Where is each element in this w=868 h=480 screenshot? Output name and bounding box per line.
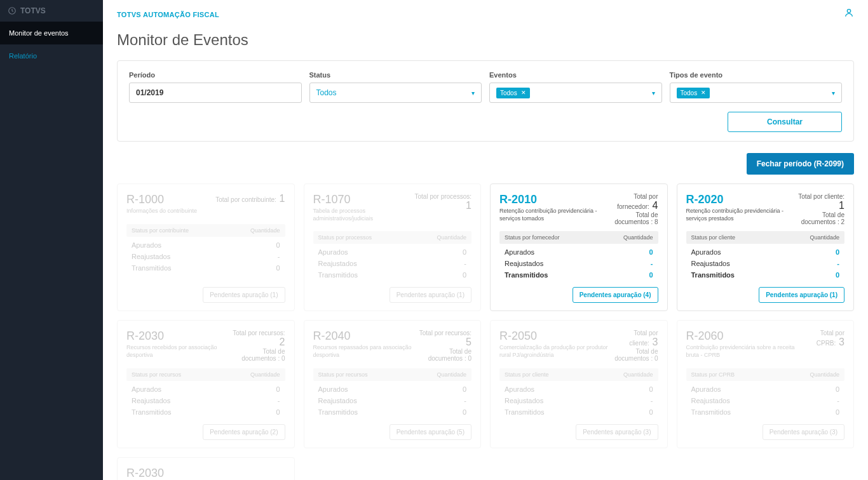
logo: TOTVS: [0, 0, 103, 22]
card-R-2030: R-2030Recursos recebidos por associação …: [117, 320, 295, 448]
pending-button[interactable]: Pendentes apuração (1): [203, 287, 285, 303]
pending-button[interactable]: Pendentes apuração (1): [759, 287, 844, 303]
status-row: Apurados0: [126, 383, 285, 395]
status-row: Apurados0: [499, 383, 658, 395]
page-title: Monitor de Eventos: [103, 26, 868, 60]
status-row: Transmitidos0: [313, 269, 472, 281]
status-row: Reajustados-: [126, 251, 285, 262]
pending-button[interactable]: Pendentes apuração (3): [576, 424, 658, 440]
status-row: Apurados0: [686, 246, 845, 258]
card-totals: Total por contribuinte: 1: [215, 193, 285, 204]
card-code: R-1000: [126, 193, 197, 206]
status-row: Reajustados-: [686, 258, 845, 269]
filter-panel: Período 01/2019 Status Todos ▾ Eventos T…: [117, 60, 854, 142]
svg-point-1: [847, 10, 850, 13]
close-icon[interactable]: ✕: [521, 90, 526, 96]
chevron-down-icon: ▾: [832, 90, 835, 97]
status-row: Reajustados-: [313, 395, 472, 406]
status-row: Apurados0: [499, 246, 658, 258]
card-desc: Retenção contribuição previdenciária - s…: [686, 208, 795, 222]
topbar: TOTVS AUTOMAÇÃO FISCAL: [103, 0, 868, 26]
logo-text: TOTVS: [20, 6, 46, 15]
status-row: Reajustados-: [126, 395, 285, 406]
sidebar-item-0[interactable]: Monitor de eventos: [0, 22, 103, 44]
status-row: Transmitidos0: [686, 406, 845, 418]
status-header: Status por processosQuantidade: [313, 231, 472, 244]
card-totals: Total por fornecedor: 4Total de document…: [607, 193, 658, 225]
card-R-2020: R-2020Retenção contribuição previdenciár…: [677, 183, 855, 311]
card-R-1070: R-1070Tabela de processos administrativo…: [304, 183, 482, 311]
status-header: Status por contribuinteQuantidade: [126, 224, 285, 237]
pending-button[interactable]: Pendentes apuração (1): [390, 287, 471, 303]
eventos-label: Eventos: [489, 71, 662, 79]
periodo-label: Período: [129, 71, 302, 79]
card-code: R-2030: [126, 467, 164, 480]
user-icon[interactable]: [844, 8, 854, 21]
pending-button[interactable]: Pendentes apuração (3): [763, 424, 844, 440]
card-totals: Total por recursos: 5Total de documentos…: [416, 330, 471, 362]
chevron-down-icon: ▾: [471, 90, 475, 97]
card-totals: Total por processos: 1: [414, 193, 471, 211]
tipos-chip[interactable]: Todos✕: [677, 88, 710, 98]
status-row: Transmitidos0: [313, 406, 472, 418]
periodo-input[interactable]: 01/2019: [129, 83, 302, 103]
fechar-periodo-button[interactable]: Fechar período (R-2099): [747, 153, 854, 175]
card-R-2010: R-2010Retenção contribuição previdenciár…: [490, 183, 668, 311]
status-header: Status por fornecedorQuantidade: [499, 231, 658, 244]
status-header: Status por recursosQuantidade: [313, 368, 472, 381]
status-row: Transmitidos0: [126, 262, 285, 274]
card-desc: Informações do contribuinte: [126, 208, 197, 215]
pending-button[interactable]: Pendentes apuração (2): [203, 424, 285, 440]
status-row: Transmitidos0: [686, 269, 845, 281]
consultar-button[interactable]: Consultar: [728, 112, 842, 132]
eventos-select[interactable]: Todos✕ ▾: [489, 83, 662, 103]
card-totals: Total por recursos: 2Total de documentos…: [227, 330, 285, 362]
card-totals: Total por CPRB: 3: [801, 330, 844, 348]
card-code: R-1070: [313, 193, 414, 206]
status-header: Status por clienteQuantidade: [499, 368, 658, 381]
status-row: Apurados0: [686, 383, 845, 395]
pending-button[interactable]: Pendentes apuração (5): [390, 424, 471, 440]
card-code: R-2040: [313, 330, 417, 343]
status-row: Apurados0: [313, 383, 472, 395]
card-R-2040: R-2040Recursos repassados para associaçã…: [304, 320, 482, 448]
brand-label: TOTVS AUTOMAÇÃO FISCAL: [117, 11, 219, 18]
sidebar-item-1[interactable]: Relatório: [0, 44, 103, 67]
card-desc: Contribuição previdenciária sobre a rece…: [686, 344, 801, 359]
tipos-select[interactable]: Todos✕ ▾: [670, 83, 843, 103]
card-desc: Recursos recebidos por associação despor…: [126, 344, 227, 359]
status-row: Apurados0: [313, 246, 472, 258]
card-code: R-2010: [499, 193, 607, 206]
card-desc: Recursos repassados para associação desp…: [313, 344, 417, 359]
totvs-icon: [8, 6, 17, 15]
card-code: R-2060: [686, 330, 801, 343]
card-R-2050: R-2050Comercialização da produção por pr…: [490, 320, 668, 448]
card-code: R-2020: [686, 193, 795, 206]
status-row: Transmitidos0: [499, 406, 658, 418]
card-totals: Total por cliente: 1Total de documentos …: [794, 193, 844, 225]
status-header: Status por recursosQuantidade: [126, 368, 285, 381]
cards-grid: R-1000Informações do contribuinteTotal p…: [103, 183, 868, 480]
chevron-down-icon: ▾: [652, 90, 655, 97]
card-desc: Tabela de processos administrativos/judi…: [313, 208, 414, 222]
status-row: Reajustados-: [499, 395, 658, 406]
pending-button[interactable]: Pendentes apuração (4): [573, 287, 658, 303]
status-row: Apurados0: [126, 239, 285, 251]
status-select[interactable]: Todos ▾: [309, 83, 482, 103]
card-desc: Retenção contribuição previdenciária - s…: [499, 208, 607, 222]
card-R-2060: R-2060Contribuição previdenciária sobre …: [677, 320, 855, 448]
status-row: Reajustados-: [313, 258, 472, 269]
card-totals: Total por cliente: 3Total de documentos …: [612, 330, 658, 362]
card-code: R-2050: [499, 330, 612, 343]
status-label: Status: [309, 71, 482, 79]
eventos-chip[interactable]: Todos✕: [496, 88, 530, 98]
card-desc: Comercialização da produção por produtor…: [499, 344, 612, 359]
close-icon[interactable]: ✕: [701, 90, 706, 96]
status-row: Reajustados-: [686, 395, 845, 406]
card-R-1000: R-1000Informações do contribuinteTotal p…: [117, 183, 295, 311]
card-code: R-2030: [126, 330, 227, 343]
tipos-label: Tipos de evento: [670, 71, 843, 79]
main-content: TOTVS AUTOMAÇÃO FISCAL Monitor de Evento…: [103, 0, 868, 480]
status-row: Transmitidos0: [126, 406, 285, 418]
sidebar: TOTVS Monitor de eventosRelatório: [0, 0, 103, 480]
